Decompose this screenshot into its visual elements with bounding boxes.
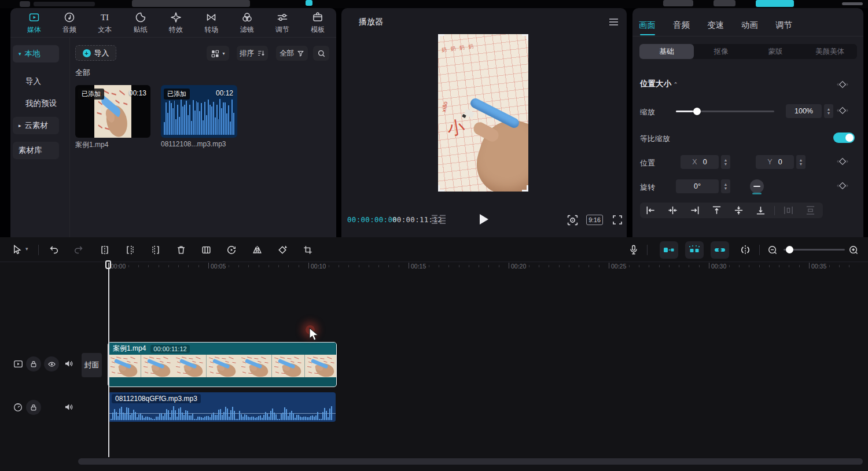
preview-quality-icon[interactable] — [431, 214, 446, 224]
scale-stepper[interactable]: ▲▼ — [824, 104, 833, 118]
timeline-ruler[interactable]: 00:0000:0500:1000:1500:2000:2500:3000:35 — [78, 262, 868, 273]
import-button[interactable]: + 导入 — [75, 45, 116, 61]
undo-icon[interactable] — [49, 245, 59, 255]
position-x-input[interactable]: X0 — [681, 155, 719, 169]
delete-right-icon[interactable] — [150, 245, 161, 255]
view-mode-dropdown[interactable]: ▾ — [207, 46, 229, 61]
sidebar-item-我的预设[interactable]: 我的预设 — [13, 95, 59, 112]
media-tab-转场[interactable]: 转场 — [194, 9, 229, 37]
inspector-tab-画面[interactable]: 画面 — [638, 15, 657, 38]
inspector-tab-音频[interactable]: 音频 — [672, 15, 691, 38]
media-tab-调节[interactable]: 调节 — [264, 9, 300, 37]
rotation-value[interactable]: 0° — [676, 179, 719, 193]
media-tab-音频[interactable]: 音频 — [52, 9, 87, 37]
uniform-scale-toggle[interactable] — [833, 133, 855, 143]
inspector-tab-变速[interactable]: 变速 — [706, 15, 725, 38]
selection-handle[interactable] — [438, 34, 444, 41]
media-item-video[interactable]: 已添加 00:13 — [75, 85, 150, 138]
filter-button[interactable]: 全部 — [276, 46, 308, 61]
delete-left-icon[interactable] — [125, 245, 135, 255]
timeline-zoom-slider[interactable] — [784, 249, 845, 251]
position-x-stepper[interactable]: ▲▼ — [721, 155, 730, 169]
keyframe-diamond-icon[interactable] — [836, 179, 849, 192]
media-tab-模板[interactable]: 模板 — [300, 9, 336, 37]
stepper-down-icon[interactable]: ▼ — [827, 111, 831, 115]
keyframe-diamond-icon[interactable] — [836, 155, 849, 168]
mute-track-icon[interactable] — [64, 402, 73, 412]
inspector-subtab-美颜美体[interactable]: 美颜美体 — [803, 44, 857, 59]
window-controls[interactable] — [842, 2, 863, 5]
align-top-icon[interactable] — [712, 205, 722, 215]
collapse-caret-icon[interactable]: ⌃ — [674, 82, 678, 87]
sidebar-item-导入[interactable]: 导入 — [13, 73, 59, 90]
scale-value[interactable]: 100% — [786, 104, 822, 118]
position-y-input[interactable]: Y0 — [756, 155, 794, 169]
link-clips-button[interactable] — [711, 241, 729, 259]
timeline-audio-clip[interactable]: 08112108qGFfG.mp3.mp3 — [108, 392, 336, 422]
export-button[interactable] — [756, 0, 794, 7]
titlebar-button[interactable] — [663, 0, 693, 6]
scale-slider-track[interactable] — [676, 111, 774, 112]
inspector-subtab-抠像[interactable]: 抠像 — [694, 44, 748, 59]
distribute-horizontal-icon[interactable] — [784, 205, 793, 215]
auto-snap-button[interactable] — [685, 241, 704, 259]
stepper-up-icon[interactable]: ▲ — [827, 107, 831, 111]
record-voiceover-icon[interactable] — [628, 244, 639, 255]
hide-track-button[interactable] — [44, 356, 59, 371]
mirror-icon[interactable] — [252, 245, 263, 255]
playhead-handle[interactable] — [105, 260, 111, 269]
titlebar-button[interactable] — [132, 0, 250, 7]
lock-track-button[interactable] — [26, 356, 41, 371]
sort-button[interactable]: 排序 — [237, 46, 268, 61]
media-item-audio[interactable]: 已添加 00:12 — [161, 85, 237, 138]
preview-focus-icon[interactable] — [567, 214, 579, 226]
rotation-stepper[interactable]: ▲▼ — [721, 179, 730, 193]
timeline-zoom-slider-thumb[interactable] — [786, 246, 793, 253]
media-tab-特效[interactable]: 特效 — [158, 9, 193, 37]
sidebar-item-素材库[interactable]: 素材库 — [13, 142, 59, 159]
mute-track-icon[interactable] — [64, 359, 73, 369]
main-track-magnet-button[interactable] — [660, 241, 678, 259]
scale-slider-thumb[interactable] — [693, 108, 701, 115]
align-bottom-icon[interactable] — [756, 205, 766, 215]
align-left-icon[interactable] — [646, 205, 656, 215]
keyframe-diamond-icon[interactable] — [836, 78, 849, 91]
media-tab-滤镜[interactable]: 滤镜 — [229, 9, 264, 37]
distribute-vertical-icon[interactable] — [806, 205, 815, 215]
selection-handle[interactable] — [522, 34, 528, 41]
inspector-subtab-基础[interactable]: 基础 — [639, 44, 694, 59]
redo-icon[interactable] — [73, 245, 84, 255]
sidebar-item-本地[interactable]: ▾本地 — [13, 45, 59, 62]
keyframe-diamond-icon[interactable] — [836, 104, 849, 117]
play-button[interactable] — [480, 214, 488, 225]
crop-icon[interactable] — [303, 245, 313, 255]
lock-track-button[interactable] — [26, 400, 41, 415]
position-y-stepper[interactable]: ▲▼ — [796, 155, 806, 169]
horizontal-scrollbar[interactable] — [78, 458, 863, 465]
inspector-subtab-蒙版[interactable]: 蒙版 — [748, 44, 803, 59]
align-center-horizontal-icon[interactable] — [668, 205, 678, 215]
rotate-icon[interactable] — [277, 245, 288, 255]
fullscreen-icon[interactable] — [612, 214, 623, 226]
titlebar-button[interactable] — [713, 0, 735, 6]
align-center-vertical-icon[interactable] — [734, 205, 744, 215]
reverse-icon[interactable] — [226, 245, 237, 255]
selection-handle[interactable] — [522, 185, 528, 192]
tool-dropdown-icon[interactable]: ▾ — [25, 246, 28, 252]
delete-icon[interactable] — [176, 245, 186, 255]
inspector-tab-动画[interactable]: 动画 — [740, 15, 759, 38]
inspector-tab-调节[interactable]: 调节 — [774, 15, 793, 38]
freeze-frame-icon[interactable] — [201, 245, 212, 255]
search-button[interactable] — [313, 46, 329, 61]
media-tab-媒体[interactable]: 媒体 — [16, 9, 52, 37]
timeline-video-clip[interactable]: 案例1.mp4 00:00:11:12 — [108, 342, 337, 387]
align-right-icon[interactable] — [690, 205, 700, 215]
zoom-out-icon[interactable] — [767, 245, 778, 255]
video-preview[interactable]: 奶 奶 奶 奶 xiǎo 小 qiáo 桥 — [438, 34, 528, 192]
zoom-in-icon[interactable] — [848, 245, 859, 255]
rotation-knob[interactable] — [750, 179, 764, 193]
cover-button[interactable]: 封面 — [82, 353, 102, 377]
preview-axis-icon[interactable] — [740, 245, 751, 255]
selection-handle[interactable] — [438, 185, 444, 192]
media-tab-文本[interactable]: TI文本 — [87, 9, 123, 37]
